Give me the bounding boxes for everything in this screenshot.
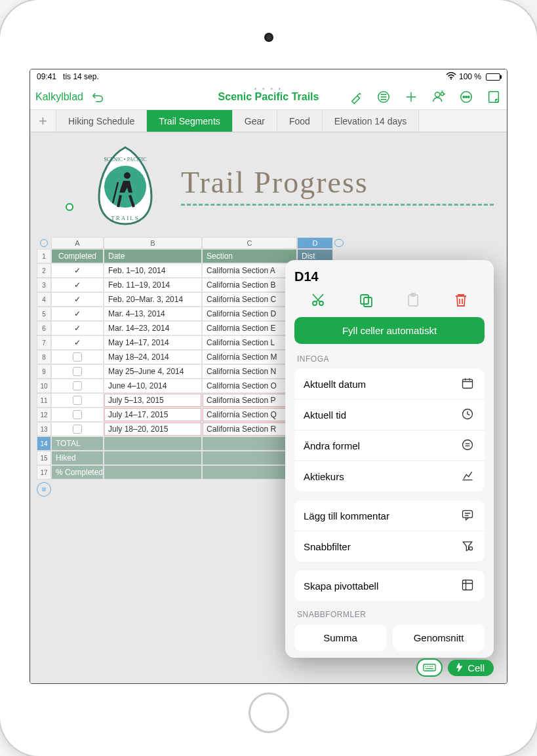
cell-mode-button[interactable]: Cell	[448, 660, 494, 676]
cell-completed[interactable]: ✓	[51, 321, 104, 335]
inspector-icon[interactable]	[486, 89, 502, 105]
cell-date[interactable]: July 18–20, 2015	[104, 422, 202, 436]
hiked-label[interactable]: Hiked	[51, 451, 104, 465]
cell-section[interactable]: California Section L	[202, 335, 297, 350]
cell-date[interactable]: May 14–17, 2014	[104, 335, 202, 350]
cell-completed[interactable]	[51, 393, 104, 407]
popover-item[interactable]: Aktiekurs	[294, 461, 485, 491]
add-column-handle[interactable]	[334, 239, 344, 247]
sheet-tab[interactable]: Trail Segments	[147, 110, 233, 132]
cell-section[interactable]: California Section Q	[202, 407, 297, 422]
add-icon[interactable]	[403, 89, 419, 105]
row-number[interactable]: 10	[37, 379, 51, 393]
copy-button[interactable]	[357, 291, 375, 309]
row-number[interactable]: 13	[37, 422, 51, 436]
sheet-tab[interactable]: Food	[277, 110, 323, 132]
cell-date[interactable]: Mar. 4–13, 2014	[104, 307, 202, 321]
cell-completed[interactable]	[51, 364, 104, 379]
header-section[interactable]: Section	[202, 249, 297, 263]
cell-section[interactable]: California Section O	[202, 379, 297, 393]
keyboard-button[interactable]	[416, 658, 443, 677]
col-header-a[interactable]: A	[51, 237, 104, 249]
popover-item[interactable]: Aktuell tid	[294, 400, 485, 430]
cell-date[interactable]: Feb. 1–10, 2014	[104, 263, 202, 278]
cell-section[interactable]: California Section E	[202, 321, 297, 335]
popover-item[interactable]: Skapa pivottabell	[294, 571, 485, 601]
selection-handle[interactable]	[66, 203, 73, 211]
back-button[interactable]: Kalkylblad	[35, 91, 83, 103]
popover-item[interactable]: Lägg till kommentar	[294, 501, 485, 531]
row-number[interactable]: 2	[37, 263, 51, 278]
cell-completed[interactable]	[51, 407, 104, 422]
add-sheet-button[interactable]: +	[30, 110, 56, 132]
popover-item[interactable]: Aktuellt datum	[294, 369, 485, 400]
cell-date[interactable]: May 18–24, 2014	[104, 350, 202, 364]
cell-section[interactable]: California Section C	[202, 292, 297, 307]
cell-section[interactable]: California Section P	[202, 393, 297, 407]
sheet-tab[interactable]: Hiking Schedule	[56, 110, 147, 132]
row-number[interactable]: 5	[37, 307, 51, 321]
pct-label[interactable]: % Completed	[51, 465, 104, 480]
row-number[interactable]: 11	[37, 393, 51, 407]
quick-sum-button[interactable]: Summa	[294, 624, 386, 651]
row-number[interactable]: 12	[37, 407, 51, 422]
format-brush-icon[interactable]	[348, 89, 364, 105]
collaborate-icon[interactable]	[431, 89, 447, 105]
cell-completed[interactable]: ✓	[51, 335, 104, 350]
cell-date[interactable]: Mar. 14–23, 2014	[104, 321, 202, 335]
cell-section[interactable]: California Section N	[202, 364, 297, 379]
row-number[interactable]: 14	[37, 436, 51, 451]
cell-completed[interactable]: ✓	[51, 307, 104, 321]
cell-date[interactable]: July 14–17, 2015	[104, 407, 202, 422]
ipad-home-button[interactable]	[249, 692, 289, 733]
header-completed[interactable]: Completed	[51, 249, 104, 263]
col-header-d[interactable]: D	[297, 237, 333, 249]
document-title[interactable]: Scenic Pacific Trails	[218, 91, 319, 103]
cell-completed[interactable]	[51, 350, 104, 364]
text-format-icon[interactable]	[376, 89, 391, 105]
cell-completed[interactable]: ✓	[51, 263, 104, 278]
cell-date[interactable]: Feb. 20–Mar. 3, 2014	[104, 292, 202, 307]
header-date[interactable]: Date	[104, 249, 202, 263]
add-row-handle[interactable]	[37, 482, 51, 497]
row-number[interactable]: 8	[37, 350, 51, 364]
row-number[interactable]: 17	[37, 465, 51, 480]
sheet-tab[interactable]: Gear	[233, 110, 277, 132]
spreadsheet-canvas[interactable]: SCENIC • PACIFIC TRAILS Trail Progress A…	[30, 132, 507, 683]
column-headers[interactable]: A B C D	[37, 237, 500, 249]
cell-date[interactable]: May 25–June 4, 2014	[104, 364, 202, 379]
row-number[interactable]: 6	[37, 321, 51, 335]
autofill-button[interactable]: Fyll celler automatiskt	[294, 317, 485, 344]
total-label[interactable]: TOTAL	[51, 436, 104, 451]
row-number[interactable]: 9	[37, 364, 51, 379]
popover-item[interactable]: Snabbfilter	[294, 531, 485, 561]
cell-date[interactable]: July 5–13, 2015	[104, 393, 202, 407]
delete-button[interactable]	[452, 291, 470, 309]
row-number[interactable]: 1	[37, 249, 51, 263]
quick-avg-button[interactable]: Genomsnitt	[393, 624, 485, 651]
sheet-tab[interactable]: Elevation 14 days	[323, 110, 420, 132]
table-corner-handle[interactable]	[40, 239, 48, 247]
cell-section[interactable]: California Section M	[202, 350, 297, 364]
paste-button[interactable]	[404, 291, 422, 309]
row-number[interactable]: 7	[37, 335, 51, 350]
cell-completed[interactable]: ✓	[51, 292, 104, 307]
cell-completed[interactable]	[51, 379, 104, 393]
cell-date[interactable]: June 4–10, 2014	[104, 379, 202, 393]
cell-section[interactable]: California Section B	[202, 278, 297, 292]
cell-section[interactable]: California Section D	[202, 307, 297, 321]
row-number[interactable]: 3	[37, 278, 51, 292]
col-header-b[interactable]: B	[104, 237, 202, 249]
more-icon[interactable]	[458, 89, 474, 105]
cell-date[interactable]: Feb. 11–19, 2014	[104, 278, 202, 292]
cell-section[interactable]: California Section A	[202, 263, 297, 278]
cell-completed[interactable]	[51, 422, 104, 436]
row-number[interactable]: 4	[37, 292, 51, 307]
row-number[interactable]: 15	[37, 451, 51, 465]
cut-button[interactable]	[309, 291, 327, 309]
cell-completed[interactable]: ✓	[51, 278, 104, 292]
popover-item[interactable]: Ändra formel	[294, 430, 485, 461]
cell-section[interactable]: California Section R	[202, 422, 297, 436]
undo-button[interactable]	[90, 89, 106, 105]
col-header-c[interactable]: C	[202, 237, 297, 249]
